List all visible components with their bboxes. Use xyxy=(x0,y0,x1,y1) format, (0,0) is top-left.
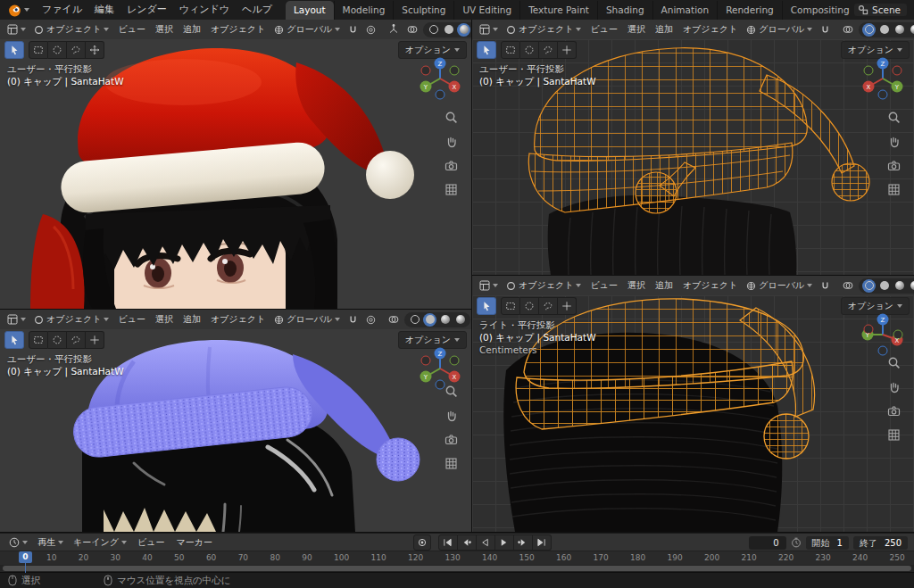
camera-view-icon[interactable] xyxy=(445,159,458,172)
blender-menu-button[interactable] xyxy=(5,3,32,18)
shading-wireframe-button[interactable] xyxy=(862,23,876,37)
tool-select-box[interactable] xyxy=(501,297,520,315)
menu-view[interactable]: ビュー xyxy=(586,23,620,36)
shading-material-button[interactable] xyxy=(893,279,906,293)
menu-object[interactable]: オブジェクト xyxy=(679,23,741,36)
menu-render[interactable]: レンダー xyxy=(120,0,173,20)
transform-orientation-dropdown[interactable]: グローバル xyxy=(744,22,815,37)
camera-view-icon[interactable] xyxy=(445,433,458,446)
transform-orientation-dropdown[interactable]: グローバル xyxy=(271,312,343,327)
shading-rendered-button[interactable] xyxy=(908,279,914,293)
grid-toggle-icon[interactable] xyxy=(887,428,901,442)
move-view-hand-icon[interactable] xyxy=(445,135,458,148)
menu-select[interactable]: 選択 xyxy=(624,23,649,36)
camera-view-icon[interactable] xyxy=(887,404,901,418)
viewport-canvas[interactable]: オプション ライト・平行投影 (0) キャップ | SantaHatW Cent… xyxy=(472,295,914,532)
timeline-view-menu[interactable]: ビュー xyxy=(134,536,168,549)
view-navigation-gizmo[interactable]: Y Z X xyxy=(860,311,906,358)
tab-uv-editing[interactable]: UV Editing xyxy=(453,1,519,20)
tool-move[interactable] xyxy=(558,297,577,315)
menu-object[interactable]: オブジェクト xyxy=(207,23,269,36)
zoom-icon[interactable] xyxy=(887,356,901,369)
previous-keyframe-button[interactable] xyxy=(458,534,477,551)
tab-modeling[interactable]: Modeling xyxy=(334,1,394,20)
editor-type-button[interactable] xyxy=(477,23,501,36)
next-keyframe-button[interactable] xyxy=(514,534,533,551)
shading-material-button[interactable] xyxy=(457,23,470,37)
menu-add[interactable]: 追加 xyxy=(179,313,204,326)
snap-toggle[interactable] xyxy=(345,24,361,36)
shading-solid-button[interactable] xyxy=(442,23,455,37)
move-view-hand-icon[interactable] xyxy=(887,135,901,148)
play-reverse-button[interactable] xyxy=(477,534,495,551)
keying-menu[interactable]: キーイング xyxy=(71,535,129,550)
editor-type-button[interactable] xyxy=(477,279,501,292)
menu-add[interactable]: 追加 xyxy=(179,23,204,36)
snap-toggle[interactable] xyxy=(345,314,361,326)
grid-toggle-icon[interactable] xyxy=(445,183,458,196)
shading-rendered-button[interactable] xyxy=(908,23,914,37)
zoom-icon[interactable] xyxy=(887,111,901,124)
shading-solid-button[interactable] xyxy=(423,313,436,327)
jump-to-end-button[interactable] xyxy=(533,534,552,551)
menu-view[interactable]: ビュー xyxy=(114,313,148,326)
editor-type-button[interactable] xyxy=(4,313,29,326)
tool-select-box[interactable] xyxy=(29,331,48,349)
tool-select-lasso[interactable] xyxy=(67,41,86,59)
editor-type-button[interactable] xyxy=(4,23,29,36)
proportional-edit-toggle[interactable] xyxy=(363,314,378,326)
menu-edit[interactable]: 編集 xyxy=(88,0,120,20)
show-gizmo-toggle[interactable] xyxy=(386,23,402,36)
show-overlays-toggle[interactable] xyxy=(840,23,856,36)
transform-orientation-dropdown[interactable]: グローバル xyxy=(271,22,343,37)
tool-select-box[interactable] xyxy=(501,41,520,59)
tab-texture-paint[interactable]: Texture Paint xyxy=(519,1,597,20)
menu-file[interactable]: ファイル xyxy=(36,0,88,20)
mode-dropdown[interactable]: オブジェクト xyxy=(503,22,584,37)
view-navigation-gizmo[interactable]: Z Y X xyxy=(860,55,906,102)
shading-material-button[interactable] xyxy=(438,313,452,327)
proportional-edit-toggle[interactable] xyxy=(363,24,378,36)
tool-select-circle[interactable] xyxy=(48,331,67,349)
menu-view[interactable]: ビュー xyxy=(586,279,620,292)
timeline-scrollbar[interactable] xyxy=(3,566,911,571)
show-overlays-toggle[interactable] xyxy=(840,279,856,292)
tool-select-box[interactable] xyxy=(29,41,48,59)
grid-toggle-icon[interactable] xyxy=(887,183,901,196)
tab-layout[interactable]: Layout xyxy=(286,1,334,20)
camera-view-icon[interactable] xyxy=(887,159,901,172)
tool-move[interactable] xyxy=(558,41,577,59)
move-view-hand-icon[interactable] xyxy=(445,409,458,422)
menu-view[interactable]: ビュー xyxy=(114,23,148,36)
shading-wireframe-button[interactable] xyxy=(862,279,876,293)
tool-select-lasso[interactable] xyxy=(67,331,86,349)
tool-select-lasso[interactable] xyxy=(539,41,558,59)
menu-select[interactable]: 選択 xyxy=(152,313,177,326)
zoom-icon[interactable] xyxy=(445,385,458,398)
menu-object[interactable]: オブジェクト xyxy=(679,279,741,292)
tool-move[interactable] xyxy=(86,331,104,349)
shading-rendered-button[interactable] xyxy=(453,313,467,327)
shading-wireframe-button[interactable] xyxy=(408,313,421,327)
grid-toggle-icon[interactable] xyxy=(445,457,458,470)
menu-add[interactable]: 追加 xyxy=(652,279,677,292)
shading-wireframe-button[interactable] xyxy=(427,23,440,37)
show-overlays-toggle[interactable] xyxy=(404,23,420,36)
play-button[interactable] xyxy=(495,534,514,551)
current-frame-field[interactable]: 0 xyxy=(749,536,786,550)
tab-sculpting[interactable]: Sculpting xyxy=(393,1,453,20)
menu-window[interactable]: ウィンドウ xyxy=(173,0,236,20)
transform-orientation-dropdown[interactable]: グローバル xyxy=(744,278,815,293)
scene-selector[interactable]: Scene xyxy=(854,4,907,16)
tab-animation[interactable]: Animation xyxy=(652,1,718,20)
tool-select-tweak[interactable] xyxy=(4,41,24,59)
menu-add[interactable]: 追加 xyxy=(652,23,677,36)
tab-shading[interactable]: Shading xyxy=(597,1,652,20)
mode-dropdown[interactable]: オブジェクト xyxy=(503,278,584,293)
view-navigation-gizmo[interactable]: Z X Y xyxy=(417,55,463,102)
viewport-canvas[interactable]: オプション ユーザー・平行投影 (0) キャップ | SantaHatW Z X… xyxy=(0,39,471,309)
menu-object[interactable]: オブジェクト xyxy=(207,313,269,326)
mode-dropdown[interactable]: オブジェクト xyxy=(31,312,112,327)
playback-menu[interactable]: 再生 xyxy=(35,535,66,550)
menu-select[interactable]: 選択 xyxy=(152,23,177,36)
